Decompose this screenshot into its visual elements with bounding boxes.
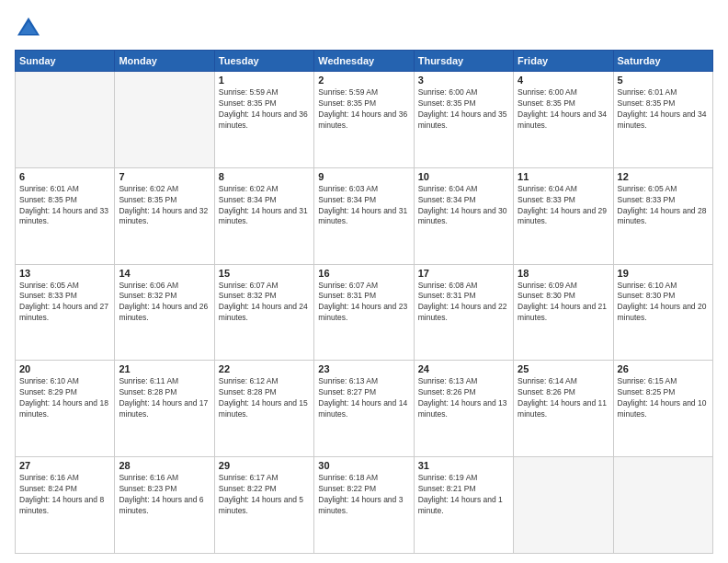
day-number: 29 [219, 460, 310, 471]
day-number: 16 [318, 268, 409, 279]
day-number: 4 [518, 75, 609, 86]
calendar-cell: 24Sunrise: 6:13 AM Sunset: 8:26 PM Dayli… [414, 361, 513, 457]
calendar-cell: 21Sunrise: 6:11 AM Sunset: 8:28 PM Dayli… [115, 361, 214, 457]
day-number: 28 [119, 460, 210, 471]
calendar-cell: 6Sunrise: 6:01 AM Sunset: 8:35 PM Daylig… [16, 167, 115, 264]
day-number: 3 [418, 75, 509, 86]
day-number: 21 [119, 363, 210, 374]
day-info: Sunrise: 6:08 AM Sunset: 8:31 PM Dayligh… [418, 281, 509, 325]
week-row-4: 20Sunrise: 6:10 AM Sunset: 8:29 PM Dayli… [16, 361, 713, 457]
day-number: 5 [618, 75, 709, 86]
day-number: 27 [19, 460, 110, 471]
day-number: 20 [19, 363, 110, 374]
day-info: Sunrise: 6:17 AM Sunset: 8:22 PM Dayligh… [219, 473, 310, 517]
calendar-cell [115, 72, 214, 168]
day-number: 23 [318, 363, 409, 374]
day-info: Sunrise: 6:05 AM Sunset: 8:33 PM Dayligh… [618, 184, 709, 228]
weekday-header-monday: Monday [115, 51, 214, 72]
calendar-cell: 12Sunrise: 6:05 AM Sunset: 8:33 PM Dayli… [613, 167, 712, 264]
day-number: 15 [219, 268, 310, 279]
day-number: 2 [318, 75, 409, 86]
day-number: 11 [518, 171, 609, 182]
day-number: 25 [518, 363, 609, 374]
calendar-cell: 20Sunrise: 6:10 AM Sunset: 8:29 PM Dayli… [16, 361, 115, 457]
day-info: Sunrise: 6:01 AM Sunset: 8:35 PM Dayligh… [618, 87, 709, 132]
calendar-cell: 26Sunrise: 6:15 AM Sunset: 8:25 PM Dayli… [613, 361, 712, 457]
calendar-cell [16, 72, 115, 168]
day-info: Sunrise: 6:06 AM Sunset: 8:32 PM Dayligh… [119, 281, 210, 325]
week-row-5: 27Sunrise: 6:16 AM Sunset: 8:24 PM Dayli… [16, 457, 713, 554]
day-info: Sunrise: 6:18 AM Sunset: 8:22 PM Dayligh… [318, 473, 409, 517]
logo-icon [15, 15, 42, 42]
day-info: Sunrise: 6:16 AM Sunset: 8:23 PM Dayligh… [119, 473, 210, 517]
day-number: 18 [518, 268, 609, 279]
calendar-cell: 17Sunrise: 6:08 AM Sunset: 8:31 PM Dayli… [414, 264, 513, 361]
calendar-cell [514, 457, 613, 554]
day-info: Sunrise: 6:02 AM Sunset: 8:35 PM Dayligh… [119, 184, 210, 228]
calendar-cell: 27Sunrise: 6:16 AM Sunset: 8:24 PM Dayli… [16, 457, 115, 554]
day-info: Sunrise: 6:01 AM Sunset: 8:35 PM Dayligh… [19, 184, 110, 228]
calendar-cell: 31Sunrise: 6:19 AM Sunset: 8:21 PM Dayli… [414, 457, 513, 554]
calendar-cell: 29Sunrise: 6:17 AM Sunset: 8:22 PM Dayli… [214, 457, 313, 554]
week-row-3: 13Sunrise: 6:05 AM Sunset: 8:33 PM Dayli… [16, 264, 713, 361]
day-number: 8 [219, 171, 310, 182]
calendar-cell: 4Sunrise: 6:00 AM Sunset: 8:35 PM Daylig… [514, 72, 613, 168]
calendar-cell: 3Sunrise: 6:00 AM Sunset: 8:35 PM Daylig… [414, 72, 513, 168]
day-number: 1 [219, 75, 310, 86]
calendar-cell [613, 457, 712, 554]
calendar-cell: 22Sunrise: 6:12 AM Sunset: 8:28 PM Dayli… [214, 361, 313, 457]
week-row-1: 1Sunrise: 5:59 AM Sunset: 8:35 PM Daylig… [16, 72, 713, 168]
weekday-header-friday: Friday [514, 51, 613, 72]
day-number: 17 [418, 268, 509, 279]
day-number: 19 [618, 268, 709, 279]
calendar-page: SundayMondayTuesdayWednesdayThursdayFrid… [0, 0, 728, 563]
weekday-header-sunday: Sunday [16, 51, 115, 72]
day-info: Sunrise: 6:12 AM Sunset: 8:28 PM Dayligh… [219, 376, 310, 420]
day-info: Sunrise: 6:04 AM Sunset: 8:33 PM Dayligh… [518, 184, 609, 228]
calendar-cell: 19Sunrise: 6:10 AM Sunset: 8:30 PM Dayli… [613, 264, 712, 361]
day-info: Sunrise: 6:04 AM Sunset: 8:34 PM Dayligh… [418, 184, 509, 228]
calendar-cell: 16Sunrise: 6:07 AM Sunset: 8:31 PM Dayli… [314, 264, 414, 361]
day-number: 30 [318, 460, 409, 471]
calendar-cell: 7Sunrise: 6:02 AM Sunset: 8:35 PM Daylig… [115, 167, 214, 264]
day-info: Sunrise: 6:07 AM Sunset: 8:32 PM Dayligh… [219, 281, 310, 325]
calendar-cell: 18Sunrise: 6:09 AM Sunset: 8:30 PM Dayli… [514, 264, 613, 361]
calendar-cell: 28Sunrise: 6:16 AM Sunset: 8:23 PM Dayli… [115, 457, 214, 554]
day-number: 14 [119, 268, 210, 279]
day-info: Sunrise: 6:00 AM Sunset: 8:35 PM Dayligh… [418, 87, 509, 132]
day-info: Sunrise: 6:14 AM Sunset: 8:26 PM Dayligh… [518, 376, 609, 420]
day-info: Sunrise: 6:07 AM Sunset: 8:31 PM Dayligh… [318, 281, 409, 325]
day-number: 6 [19, 171, 110, 182]
day-info: Sunrise: 6:05 AM Sunset: 8:33 PM Dayligh… [19, 281, 110, 325]
logo [15, 15, 46, 42]
day-number: 24 [418, 363, 509, 374]
day-info: Sunrise: 6:16 AM Sunset: 8:24 PM Dayligh… [19, 473, 110, 517]
calendar-cell: 2Sunrise: 5:59 AM Sunset: 8:35 PM Daylig… [314, 72, 414, 168]
day-info: Sunrise: 6:00 AM Sunset: 8:35 PM Dayligh… [518, 87, 609, 132]
day-number: 10 [418, 171, 509, 182]
day-info: Sunrise: 6:03 AM Sunset: 8:34 PM Dayligh… [318, 184, 409, 228]
calendar-cell: 25Sunrise: 6:14 AM Sunset: 8:26 PM Dayli… [514, 361, 613, 457]
calendar-cell: 13Sunrise: 6:05 AM Sunset: 8:33 PM Dayli… [16, 264, 115, 361]
weekday-header-tuesday: Tuesday [214, 51, 313, 72]
day-info: Sunrise: 6:13 AM Sunset: 8:26 PM Dayligh… [418, 376, 509, 420]
day-info: Sunrise: 6:11 AM Sunset: 8:28 PM Dayligh… [119, 376, 210, 420]
day-info: Sunrise: 5:59 AM Sunset: 8:35 PM Dayligh… [219, 87, 310, 132]
day-info: Sunrise: 6:02 AM Sunset: 8:34 PM Dayligh… [219, 184, 310, 228]
day-number: 31 [418, 460, 509, 471]
day-info: Sunrise: 6:10 AM Sunset: 8:29 PM Dayligh… [19, 376, 110, 420]
day-number: 22 [219, 363, 310, 374]
day-number: 9 [318, 171, 409, 182]
day-info: Sunrise: 6:09 AM Sunset: 8:30 PM Dayligh… [518, 281, 609, 325]
day-info: Sunrise: 5:59 AM Sunset: 8:35 PM Dayligh… [318, 87, 409, 132]
day-info: Sunrise: 6:10 AM Sunset: 8:30 PM Dayligh… [618, 281, 709, 325]
calendar-cell: 23Sunrise: 6:13 AM Sunset: 8:27 PM Dayli… [314, 361, 414, 457]
weekday-header-wednesday: Wednesday [314, 51, 414, 72]
calendar-cell: 15Sunrise: 6:07 AM Sunset: 8:32 PM Dayli… [214, 264, 313, 361]
week-row-2: 6Sunrise: 6:01 AM Sunset: 8:35 PM Daylig… [16, 167, 713, 264]
day-info: Sunrise: 6:19 AM Sunset: 8:21 PM Dayligh… [418, 473, 509, 517]
calendar-cell: 8Sunrise: 6:02 AM Sunset: 8:34 PM Daylig… [214, 167, 313, 264]
calendar-cell: 14Sunrise: 6:06 AM Sunset: 8:32 PM Dayli… [115, 264, 214, 361]
weekday-header-thursday: Thursday [414, 51, 513, 72]
day-info: Sunrise: 6:15 AM Sunset: 8:25 PM Dayligh… [618, 376, 709, 420]
